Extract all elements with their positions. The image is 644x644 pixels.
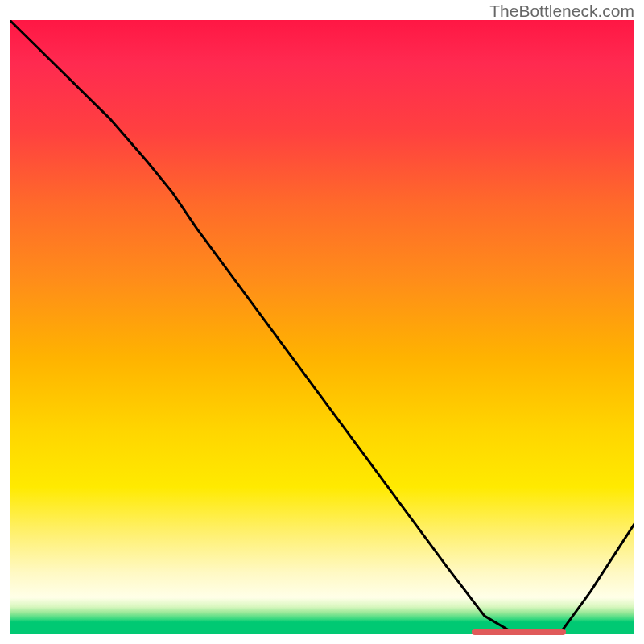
bottleneck-curve-line [10,20,634,634]
optimal-range-marker [472,629,565,635]
chart-container: TheBottleneck.com [0,0,644,644]
plot-area [10,20,634,634]
watermark-label: TheBottleneck.com [489,2,634,21]
chart-svg [10,20,634,634]
